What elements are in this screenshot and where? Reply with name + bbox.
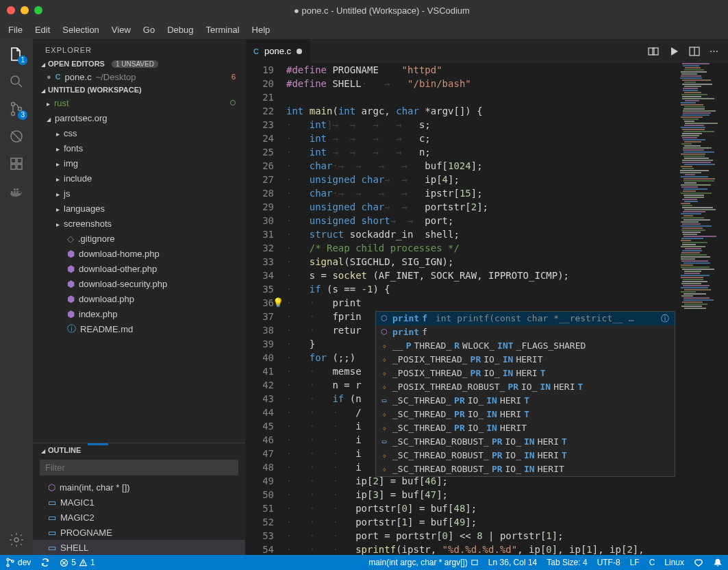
svg-rect-11	[653, 48, 658, 55]
status-bar: dev 5 1 main(int argc, char * argv[]) Ln…	[0, 555, 728, 570]
feedback-icon[interactable]	[694, 558, 703, 567]
sidebar-title: EXPLORER	[33, 39, 245, 58]
menu-help[interactable]: Help	[247, 23, 276, 37]
sync-icon[interactable]	[40, 558, 50, 567]
file-index.php[interactable]: ⬢index.php	[33, 306, 245, 321]
outline-header[interactable]: OUTLINE	[33, 443, 245, 456]
file-download-other.php[interactable]: ⬢download-other.php	[33, 261, 245, 276]
open-editor-item[interactable]: ● C pone.c ~/Desktop 6	[33, 69, 245, 84]
suggest-item[interactable]: ⬨_SC_THREAD_PRIO_INHERIT	[376, 421, 675, 435]
suggest-item[interactable]: ⬡printfint printf(const char *__restrict…	[376, 312, 675, 325]
file-.gitignore[interactable]: ◇.gitignore	[33, 231, 245, 246]
outline-MAGIC1[interactable]: ▭MAGIC1	[33, 495, 245, 510]
suggest-item[interactable]: ⬨_SC_THREAD_ROBUST_PRIO_INHERIT	[376, 462, 675, 476]
menu-go[interactable]: Go	[138, 23, 160, 37]
suggest-widget[interactable]: ⬡printfint printf(const char *__restrict…	[375, 311, 675, 477]
outline-MAGIC2[interactable]: ▭MAGIC2	[33, 510, 245, 525]
os-indicator[interactable]: Linux	[664, 558, 684, 567]
svg-rect-7	[17, 164, 22, 169]
outline-SHELL[interactable]: ▭SHELL	[33, 540, 245, 555]
folder-fonts[interactable]: fonts	[33, 140, 245, 156]
suggest-item[interactable]: ⬨_POSIX_THREAD_PRIO_INHERIT	[376, 353, 675, 367]
menu-file[interactable]: File	[3, 23, 28, 37]
open-editors-header[interactable]: OPEN EDITORS 1 UNSAVED	[33, 58, 245, 69]
folder-css[interactable]: css	[33, 125, 245, 140]
explorer-badge: 1	[18, 55, 27, 65]
svg-rect-17	[472, 560, 477, 565]
file-README.md[interactable]: ⓘREADME.md	[33, 321, 245, 336]
search-icon[interactable]	[7, 72, 26, 91]
open-file-path: ~/Desktop	[96, 72, 136, 82]
activity-bar: 1 3	[0, 39, 33, 555]
suggest-item[interactable]: ⬨_SC_THREAD_ROBUST_PRIO_INHERIT	[376, 449, 675, 462]
minimize-window[interactable]	[21, 6, 29, 14]
breadcrumb[interactable]: main(int argc, char * argv[])	[368, 558, 479, 567]
svg-point-13	[7, 558, 9, 560]
folder-js[interactable]: js	[33, 186, 245, 201]
open-changes-icon[interactable]	[648, 46, 659, 57]
suggest-item[interactable]: ▭_SC_THREAD_ROBUST_PRIO_INHERIT	[376, 435, 675, 449]
file-download-security.php[interactable]: ⬢download-security.php	[33, 276, 245, 291]
menu-terminal[interactable]: Terminal	[200, 23, 244, 37]
split-editor-icon[interactable]	[689, 46, 700, 57]
source-control-icon[interactable]: 3	[7, 99, 26, 119]
outline-main(int, char * [])[interactable]: ⬡main(int, char * [])	[33, 480, 245, 495]
eol[interactable]: LF	[630, 558, 640, 567]
extensions-icon[interactable]	[7, 154, 26, 173]
tab-size[interactable]: Tab Size: 4	[547, 558, 587, 567]
outline-title: OUTLINE	[48, 446, 81, 454]
open-editors-label: OPEN EDITORS	[48, 60, 105, 68]
open-file-problems: 6	[231, 73, 236, 81]
open-file-name: pone.c	[65, 72, 92, 82]
folder-parrotsec[interactable]: parrotsec.org	[33, 110, 245, 125]
svg-point-9	[14, 538, 18, 542]
outline-section: OUTLINE ⬡main(int, char * [])▭MAGIC1▭MAG…	[33, 443, 245, 555]
menu-view[interactable]: View	[106, 23, 136, 37]
suggest-item[interactable]: ⬨_POSIX_THREAD_PRIO_INHERIT	[376, 367, 675, 380]
docker-icon[interactable]	[7, 182, 26, 201]
workspace-label: UNTITLED (WORKSPACE)	[48, 86, 142, 94]
explorer-icon[interactable]: 1	[7, 45, 26, 64]
zoom-window[interactable]	[34, 6, 42, 14]
suggest-item[interactable]: ⬡printf	[376, 325, 675, 339]
folder-languages[interactable]: languages	[33, 201, 245, 216]
language-mode[interactable]: C	[649, 558, 655, 567]
svg-rect-5	[11, 158, 16, 163]
suggest-item[interactable]: ⬨_SC_THREAD_PRIO_INHERIT	[376, 408, 675, 421]
menu-debug[interactable]: Debug	[162, 23, 199, 37]
file-download.php[interactable]: ⬢download.php	[33, 291, 245, 306]
svg-point-0	[11, 76, 19, 84]
folder-img[interactable]: img	[33, 156, 245, 171]
workspace-header[interactable]: UNTITLED (WORKSPACE)	[33, 84, 245, 95]
encoding[interactable]: UTF-8	[597, 558, 620, 567]
folder-screenshots[interactable]: screenshots	[33, 216, 245, 231]
outline-PROGNAME[interactable]: ▭PROGNAME	[33, 525, 245, 540]
suggest-item[interactable]: ⬨_POSIX_THREAD_ROBUST_PRIO_INHERIT	[376, 380, 675, 394]
sidebar: EXPLORER OPEN EDITORS 1 UNSAVED ● C pone…	[33, 39, 245, 555]
outline-filter-input[interactable]	[40, 460, 238, 475]
svg-point-14	[7, 565, 9, 567]
suggest-item[interactable]: ⬨__PTHREAD_RWLOCK_INT_FLAGS_SHARED	[376, 339, 675, 353]
folder-rust[interactable]: rust	[33, 95, 245, 110]
svg-rect-6	[11, 164, 16, 169]
settings-gear-icon[interactable]	[7, 530, 26, 549]
menu-edit[interactable]: Edit	[29, 23, 55, 37]
minimap[interactable]	[680, 63, 728, 555]
editor-body[interactable]: 1920212223242526272829303132333435363738…	[245, 63, 728, 555]
more-icon[interactable]: ⋯	[710, 46, 718, 56]
problems[interactable]: 5 1	[60, 558, 95, 567]
close-window[interactable]	[7, 6, 15, 14]
suggest-item[interactable]: ▭_SC_THREAD_PRIO_INHERIT	[376, 394, 675, 408]
tab-pone-c[interactable]: C pone.c	[245, 39, 311, 63]
file-download-home.php[interactable]: ⬢download-home.php	[33, 246, 245, 261]
git-branch[interactable]: dev	[5, 558, 31, 567]
debug-icon[interactable]	[7, 127, 26, 146]
run-icon[interactable]	[668, 46, 679, 57]
window-title: ● pone.c - Untitled (Workspace) - VSCodi…	[42, 5, 721, 16]
bell-icon[interactable]	[713, 558, 723, 567]
code-content[interactable]: #define PROGNAME "httpd"#define SHELL· →…	[286, 63, 728, 555]
c-file-icon: C	[253, 47, 259, 55]
cursor-pos[interactable]: Ln 36, Col 14	[488, 558, 537, 567]
menu-selection[interactable]: Selection	[57, 23, 104, 37]
folder-include[interactable]: include	[33, 171, 245, 186]
